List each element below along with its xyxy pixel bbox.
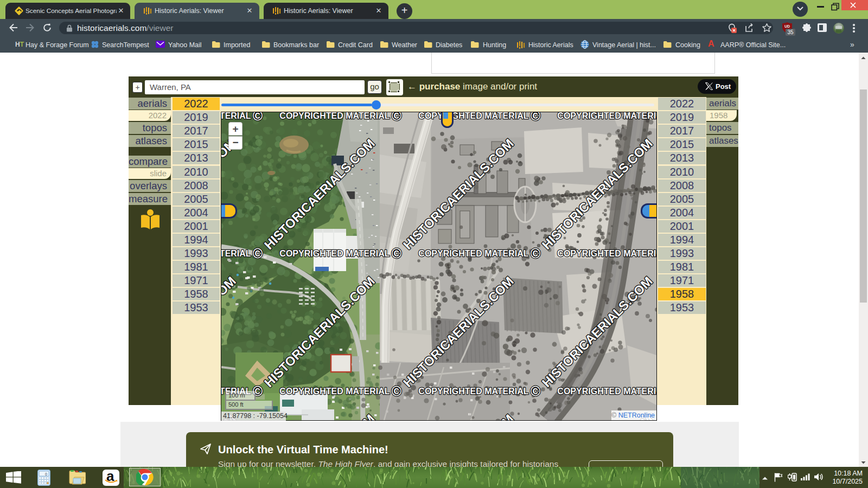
svg-text:©: ©	[531, 383, 541, 399]
svg-text:COPYRIGHTED MATERIAL: COPYRIGHTED MATERIAL	[557, 249, 656, 258]
svg-text:©: ©	[253, 246, 263, 261]
svg-text:UD: UD	[784, 24, 790, 28]
svg-text:©: ©	[531, 112, 541, 123]
svg-text:COPYRIGHTED MATERIAL: COPYRIGHTED MATERIAL	[279, 112, 390, 120]
svg-text:©: ©	[531, 246, 541, 261]
svg-text:COPYRIGHTED MATERIAL: COPYRIGHTED MATERIAL	[418, 112, 528, 120]
svg-text:COPYRIGHTED MATERIAL: COPYRIGHTED MATERIAL	[418, 387, 528, 396]
svg-text:©: ©	[392, 246, 402, 261]
svg-text:COPYRIGHTED MATERIAL: COPYRIGHTED MATERIAL	[418, 249, 528, 258]
svg-text:0: 0	[45, 472, 47, 476]
svg-text:COPYRIGHTED MATERIAL: COPYRIGHTED MATERIAL	[221, 112, 251, 120]
svg-text:COPYRIGHTED MATERIAL: COPYRIGHTED MATERIAL	[279, 249, 390, 258]
svg-text:©: ©	[392, 383, 402, 399]
svg-text:COPYRIGHTED MATERIAL: COPYRIGHTED MATERIAL	[221, 249, 251, 258]
svg-text:©: ©	[392, 112, 402, 123]
svg-text:COPYRIGHTED MATERIAL: COPYRIGHTED MATERIAL	[557, 387, 656, 396]
svg-text:COPYRIGHTED MATERIAL: COPYRIGHTED MATERIAL	[279, 387, 390, 396]
svg-text:©: ©	[253, 112, 263, 123]
svg-text:COPYRIGHTED MATERIAL: COPYRIGHTED MATERIAL	[557, 112, 656, 120]
